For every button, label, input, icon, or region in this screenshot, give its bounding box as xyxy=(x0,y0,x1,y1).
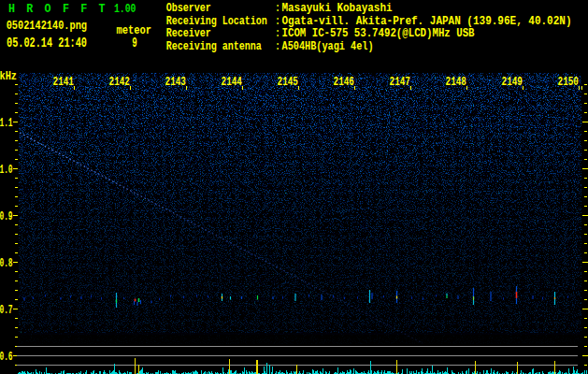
svg-text::: : xyxy=(276,15,280,28)
svg-text::: : xyxy=(276,2,280,15)
svg-text:Receiving antenna: Receiving antenna xyxy=(166,40,262,53)
svg-text:Ogata-vill. Akita-Pref. JAPAN: Ogata-vill. Akita-Pref. JAPAN (139.96E, … xyxy=(282,15,572,28)
svg-text:A504HB(yagi 4el): A504HB(yagi 4el) xyxy=(282,40,374,53)
svg-text:ICOM IC-575 53.7492(@LCD)MHz U: ICOM IC-575 53.7492(@LCD)MHz USB xyxy=(282,27,475,40)
svg-text:O: O xyxy=(45,2,51,16)
svg-text:0502142140.png: 0502142140.png xyxy=(7,19,87,33)
svg-text:T: T xyxy=(99,2,106,16)
svg-text:kHz: kHz xyxy=(0,70,17,83)
svg-text:2143: 2143 xyxy=(165,75,186,89)
svg-text:1.1: 1.1 xyxy=(0,116,13,130)
svg-text:2146: 2146 xyxy=(334,75,354,89)
svg-text:H: H xyxy=(8,2,15,16)
svg-text:Receiver: Receiver xyxy=(166,27,211,40)
svg-text:2147: 2147 xyxy=(390,75,410,89)
svg-text::: : xyxy=(276,40,280,53)
svg-text:2149: 2149 xyxy=(502,75,523,89)
svg-text:R: R xyxy=(26,2,33,16)
svg-text:1.0: 1.0 xyxy=(0,163,13,177)
svg-text:0.7: 0.7 xyxy=(0,303,13,317)
svg-text:Masayuki Kobayashi: Masayuki Kobayashi xyxy=(282,2,393,15)
svg-text:9: 9 xyxy=(132,36,137,50)
svg-text:0.9: 0.9 xyxy=(0,209,13,223)
svg-text:2141: 2141 xyxy=(53,75,74,89)
svg-text:0.8: 0.8 xyxy=(0,256,13,270)
svg-text:2144: 2144 xyxy=(222,75,242,89)
svg-text::: : xyxy=(276,27,280,40)
svg-text:0.6: 0.6 xyxy=(0,350,13,364)
svg-text:2148: 2148 xyxy=(446,75,466,89)
svg-text:Receiving Location: Receiving Location xyxy=(166,15,267,28)
svg-text:2150: 2150 xyxy=(558,75,579,89)
svg-text:2142: 2142 xyxy=(109,75,130,89)
svg-text:Observer: Observer xyxy=(166,2,211,15)
svg-text:F: F xyxy=(63,2,69,16)
svg-text:05.02.14 21:40: 05.02.14 21:40 xyxy=(7,36,87,50)
svg-text:1.00: 1.00 xyxy=(114,3,136,16)
svg-text:F: F xyxy=(80,2,87,16)
svg-text:2145: 2145 xyxy=(278,75,298,89)
